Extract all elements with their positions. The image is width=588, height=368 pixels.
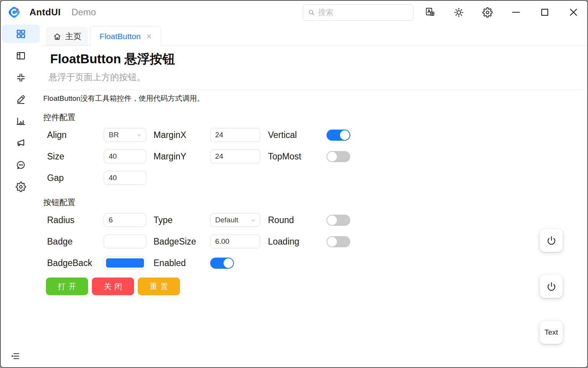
marginy-input[interactable] xyxy=(210,150,260,163)
sidebar-item-settings[interactable] xyxy=(2,177,40,196)
sidebar-item-edit[interactable] xyxy=(2,90,40,108)
control-config-grid: Align BR MarginX Vertical S xyxy=(47,124,584,189)
language-icon xyxy=(425,7,435,18)
chevron-down-icon xyxy=(136,132,142,138)
vertical-toggle[interactable] xyxy=(327,130,350,141)
loading-toggle[interactable] xyxy=(327,236,350,247)
reset-button[interactable]: 重置 xyxy=(138,278,180,295)
shrink-icon xyxy=(16,72,26,83)
sidebar-item-chart[interactable] xyxy=(2,112,40,130)
tab-home[interactable]: 主页 xyxy=(46,27,88,46)
tab-floatbutton[interactable]: FloatButton × xyxy=(90,26,161,46)
vertical-label: Vertical xyxy=(268,130,297,140)
badge-input[interactable] xyxy=(104,235,146,248)
sidebar-item-announcement[interactable] xyxy=(2,134,40,152)
marginx-input[interactable] xyxy=(210,128,260,142)
color-swatch xyxy=(106,258,144,268)
theme-toggle-button[interactable] xyxy=(452,6,465,18)
type-label: Type xyxy=(154,215,173,225)
enabled-label: Enabled xyxy=(154,258,186,268)
enabled-toggle[interactable] xyxy=(210,258,234,269)
titlebar: AntdUI Demo xyxy=(1,1,587,24)
search-icon xyxy=(308,9,315,16)
badge-label: Badge xyxy=(47,237,73,247)
sidebar-item-feedback[interactable] xyxy=(2,156,40,174)
titlebar-actions xyxy=(424,6,580,18)
search-input[interactable] xyxy=(318,8,408,17)
action-buttons: 打开 关闭 重置 xyxy=(46,278,584,295)
button-config-grid: Radius Type Default Round B xyxy=(47,209,584,274)
app-name: AntdUI xyxy=(29,7,61,18)
type-select[interactable]: Default xyxy=(210,213,260,227)
float-button-text-label: Text xyxy=(545,328,558,337)
tab-bar: 主页 FloatButton × xyxy=(41,24,587,46)
app-window: AntdUI Demo xyxy=(0,0,588,368)
size-label: Size xyxy=(47,151,64,162)
badgeback-color-button[interactable] xyxy=(104,256,146,270)
radius-input[interactable] xyxy=(104,213,146,227)
chevron-down-icon xyxy=(250,217,256,223)
minimize-icon xyxy=(511,7,521,17)
search-box[interactable] xyxy=(303,4,413,21)
megaphone-icon xyxy=(16,138,26,148)
tab-floatbutton-label: FloatButton xyxy=(100,32,140,41)
page-subtitle: 悬浮于页面上方的按钮。 xyxy=(49,71,584,83)
marginx-label: MarginX xyxy=(154,130,186,140)
language-button[interactable] xyxy=(424,6,436,18)
section-heading-button-config: 按钮配置 xyxy=(43,197,584,208)
align-label: Align xyxy=(47,130,67,140)
close-button[interactable]: 关闭 xyxy=(92,278,134,295)
toggle-knob xyxy=(327,237,337,246)
align-select[interactable]: BR xyxy=(104,128,146,142)
edit-pencil-icon xyxy=(16,94,26,105)
toggle-knob xyxy=(340,130,350,140)
maximize-icon xyxy=(540,7,550,17)
close-icon xyxy=(568,7,578,17)
round-toggle[interactable] xyxy=(327,215,350,226)
topmost-label: TopMost xyxy=(268,151,301,162)
badgesize-label: BadgeSize xyxy=(154,237,196,247)
toggle-knob xyxy=(327,152,337,161)
sun-theme-icon xyxy=(454,7,464,18)
settings-button[interactable] xyxy=(481,6,493,18)
sidebar-item-components[interactable] xyxy=(2,25,40,43)
components-grid-icon xyxy=(16,29,26,39)
bar-chart-icon xyxy=(16,116,26,127)
page-note: FloatButton没有工具箱控件，使用代码方式调用。 xyxy=(43,94,584,104)
chat-bubble-icon xyxy=(16,160,26,170)
gap-label: Gap xyxy=(47,173,64,183)
marginy-label: MarginY xyxy=(154,151,186,162)
gear-icon xyxy=(482,7,493,18)
page-body: FloatButton 悬浮按钮 悬浮于页面上方的按钮。 FloatButton… xyxy=(41,46,587,367)
page-title: FloatButton 悬浮按钮 xyxy=(50,51,584,67)
align-select-value: BR xyxy=(109,131,119,139)
close-window-button[interactable] xyxy=(567,6,580,18)
gap-input[interactable] xyxy=(104,171,146,185)
open-button[interactable]: 打开 xyxy=(46,278,88,295)
antdui-logo-icon xyxy=(7,5,21,20)
float-button-power-2[interactable] xyxy=(540,275,563,298)
float-button-text[interactable]: Text xyxy=(540,321,563,344)
badgeback-label: BadgeBack xyxy=(47,258,92,268)
layout-icon xyxy=(16,51,26,61)
app-subtitle: Demo xyxy=(72,7,96,18)
tab-close-icon[interactable]: × xyxy=(146,32,151,41)
home-icon xyxy=(53,32,62,41)
sidebar xyxy=(1,24,41,367)
tab-home-label: 主页 xyxy=(65,31,82,42)
size-input[interactable] xyxy=(104,150,146,163)
gear-icon xyxy=(16,182,26,192)
type-select-value: Default xyxy=(215,216,238,224)
minimize-button[interactable] xyxy=(510,6,522,18)
radius-label: Radius xyxy=(47,215,75,225)
maximize-button[interactable] xyxy=(539,6,551,18)
divider xyxy=(43,90,584,90)
sidebar-item-shrink[interactable] xyxy=(2,68,40,87)
float-button-power-1[interactable] xyxy=(540,229,563,252)
power-icon xyxy=(546,281,557,292)
sidebar-collapse-button[interactable] xyxy=(10,351,20,361)
sidebar-item-layout[interactable] xyxy=(2,46,40,65)
content-area: 主页 FloatButton × FloatButton 悬浮按钮 悬浮于页面上… xyxy=(41,24,587,367)
topmost-toggle[interactable] xyxy=(327,151,350,162)
badgesize-input[interactable] xyxy=(210,235,260,248)
